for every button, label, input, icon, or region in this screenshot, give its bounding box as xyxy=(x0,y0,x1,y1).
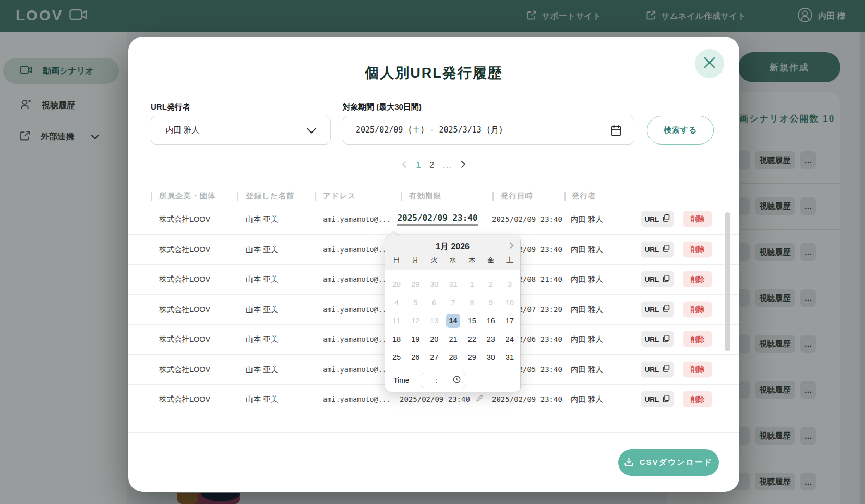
calendar-day[interactable]: 29 xyxy=(463,348,482,366)
company-cell: 株式会社LOOV xyxy=(159,394,210,404)
edit-expiry-icon[interactable] xyxy=(476,394,484,404)
calendar-day[interactable]: 23 xyxy=(482,330,500,348)
calendar-day[interactable]: 28 xyxy=(387,275,406,293)
table-header-row: 所属企業・団体登録した名前アドレス有効期限発行日時発行者 xyxy=(128,191,739,202)
calendar-day[interactable]: 13 xyxy=(425,311,443,330)
weekday-label: 木 xyxy=(463,256,482,265)
period-range-input[interactable]: 2025/02/09 (土) - 2025/3/13 (月) xyxy=(343,116,634,145)
time-input[interactable]: --:-- xyxy=(421,373,466,388)
issuer-select[interactable]: 内田 雅人 xyxy=(151,116,331,145)
name-cell: 山本 亜美 xyxy=(246,304,278,314)
csv-download-label: CSVダウンロード xyxy=(640,458,713,467)
period-value: 2025/02/09 (土) - 2025/3/13 (月) xyxy=(343,125,503,135)
column-header: 有効期限 xyxy=(409,191,441,201)
calendar-day[interactable]: 19 xyxy=(406,330,425,348)
column-header: 発行者 xyxy=(572,191,596,201)
copy-icon xyxy=(663,394,670,404)
address-cell: ami.yamamoto@... xyxy=(323,215,391,223)
issuer-cell: 内田 雅人 xyxy=(571,394,603,404)
delete-button[interactable]: 削除 xyxy=(683,361,712,377)
name-cell: 山本 亜美 xyxy=(246,334,278,344)
calendar-day[interactable]: 6 xyxy=(425,293,443,311)
issuer-cell: 内田 雅人 xyxy=(571,334,603,344)
calendar-day[interactable]: 12 xyxy=(406,311,425,330)
calendar-day[interactable]: 4 xyxy=(387,293,406,311)
next-month-icon[interactable] xyxy=(509,242,514,251)
calendar-day[interactable]: 31 xyxy=(500,348,519,366)
url-history-modal: 個人別URL発行履歴 URL発行者 内田 雅人 対象期間 (最大30日間) 20… xyxy=(128,37,739,492)
column-separator xyxy=(315,192,316,201)
address-cell: ami.yamamoto@... xyxy=(323,245,391,254)
calendar-day[interactable]: 25 xyxy=(387,348,406,366)
name-cell: 山本 亜美 xyxy=(246,364,278,374)
pagination-prev-icon[interactable] xyxy=(402,160,407,171)
calendar-day[interactable]: 8 xyxy=(463,293,482,311)
delete-button[interactable]: 削除 xyxy=(683,271,712,287)
calendar-day[interactable]: 7 xyxy=(443,293,462,311)
calendar-day[interactable]: 9 xyxy=(482,293,500,311)
calendar-day[interactable]: 1 xyxy=(463,275,482,293)
expiry-date-input[interactable]: 2025/02/09 23:40 xyxy=(397,212,478,225)
calendar-day[interactable]: 27 xyxy=(425,348,443,366)
calendar-day[interactable]: 28 xyxy=(443,348,462,366)
calendar-day[interactable]: 17 xyxy=(500,311,519,330)
copy-url-button[interactable]: URL xyxy=(641,331,674,347)
weekday-label: 水 xyxy=(443,256,462,265)
table-scrollbar[interactable] xyxy=(725,212,730,351)
calendar-day[interactable]: 30 xyxy=(425,275,443,293)
delete-button[interactable]: 削除 xyxy=(683,241,712,257)
weekday-label: 火 xyxy=(425,256,443,265)
url-button-label: URL xyxy=(645,305,659,313)
copy-icon xyxy=(663,274,670,284)
delete-button[interactable]: 削除 xyxy=(683,391,712,407)
url-button-label: URL xyxy=(645,335,659,343)
calendar-day-selected[interactable]: 14 xyxy=(443,311,462,330)
weekday-label: 金 xyxy=(482,256,500,265)
table-row: 株式会社LOOV山本 亜美ami.yamamoto@...2025/02/09 … xyxy=(128,204,739,234)
issuer-cell: 内田 雅人 xyxy=(571,244,603,254)
copy-url-button[interactable]: URL xyxy=(641,361,674,377)
calendar-day[interactable]: 15 xyxy=(463,311,482,330)
pagination-next-icon[interactable] xyxy=(461,160,466,171)
copy-url-button[interactable]: URL xyxy=(641,271,674,287)
calendar-day[interactable]: 18 xyxy=(387,330,406,348)
column-separator xyxy=(237,192,238,201)
calendar-day[interactable]: 24 xyxy=(500,330,519,348)
company-cell: 株式会社LOOV xyxy=(159,334,210,344)
calendar-time-row: Time --:-- xyxy=(393,373,513,388)
copy-url-button[interactable]: URL xyxy=(641,241,674,257)
calendar-grid: 2829303112345678910111213141516171819202… xyxy=(387,275,519,366)
calendar-day[interactable]: 22 xyxy=(463,330,482,348)
calendar-day[interactable]: 2 xyxy=(482,275,500,293)
issuer-cell: 内田 雅人 xyxy=(571,214,603,224)
calendar-day[interactable]: 3 xyxy=(500,275,519,293)
calendar-day[interactable]: 31 xyxy=(443,275,462,293)
delete-button[interactable]: 削除 xyxy=(683,301,712,317)
copy-url-button[interactable]: URL xyxy=(641,301,674,317)
calendar-day[interactable]: 26 xyxy=(406,348,425,366)
date-picker-popup: 1月 2026 日月火水木金土 282930311234567891011121… xyxy=(385,236,521,392)
screen: LOOV サポートサイト xyxy=(0,0,865,504)
delete-button[interactable]: 削除 xyxy=(683,331,712,347)
delete-button[interactable]: 削除 xyxy=(683,211,712,227)
column-separator xyxy=(151,192,152,201)
column-header: 所属企業・団体 xyxy=(159,191,216,201)
address-cell: ami.yamamoto@... xyxy=(323,275,391,283)
calendar-day[interactable]: 29 xyxy=(406,275,425,293)
pagination-page-1[interactable]: 1 xyxy=(416,161,421,170)
csv-download-button[interactable]: CSVダウンロード xyxy=(618,449,719,476)
calendar-day[interactable]: 5 xyxy=(406,293,425,311)
pagination-page-2[interactable]: 2 xyxy=(429,161,434,170)
calendar-day[interactable]: 21 xyxy=(443,330,462,348)
search-button[interactable]: 検索する xyxy=(647,116,714,145)
copy-url-button[interactable]: URL xyxy=(641,211,674,227)
url-button-label: URL xyxy=(645,245,659,253)
calendar-day[interactable]: 11 xyxy=(387,311,406,330)
calendar-day[interactable]: 10 xyxy=(500,293,519,311)
copy-url-button[interactable]: URL xyxy=(641,391,674,407)
calendar-day[interactable]: 20 xyxy=(425,330,443,348)
calendar-day[interactable]: 16 xyxy=(482,311,500,330)
time-value: --:-- xyxy=(426,377,447,385)
calendar-day[interactable]: 30 xyxy=(482,348,500,366)
modal-title: 個人別URL発行履歴 xyxy=(128,64,739,82)
